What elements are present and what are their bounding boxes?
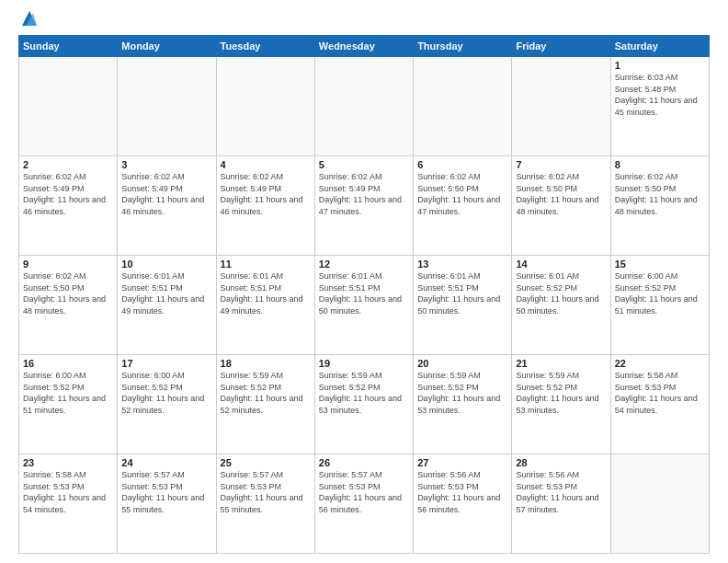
calendar-cell [19, 57, 118, 156]
day-header-tuesday: Tuesday [216, 36, 314, 57]
calendar-cell [118, 57, 216, 156]
day-number: 9 [23, 259, 113, 270]
calendar-cell: 9Sunrise: 6:02 AM Sunset: 5:50 PM Daylig… [19, 256, 118, 355]
calendar-cell [414, 57, 512, 156]
day-info: Sunrise: 6:02 AM Sunset: 5:49 PM Dayligh… [23, 171, 113, 217]
calendar-cell: 16Sunrise: 6:00 AM Sunset: 5:52 PM Dayli… [19, 355, 118, 454]
day-number: 23 [23, 457, 113, 468]
day-number: 15 [615, 259, 705, 270]
calendar-cell: 4Sunrise: 6:02 AM Sunset: 5:49 PM Daylig… [216, 156, 314, 256]
day-info: Sunrise: 6:02 AM Sunset: 5:49 PM Dayligh… [221, 171, 311, 217]
logo-icon [20, 9, 39, 28]
day-number: 4 [221, 159, 311, 170]
header [18, 15, 710, 28]
calendar-week-row: 9Sunrise: 6:02 AM Sunset: 5:50 PM Daylig… [19, 256, 710, 355]
calendar-week-row: 16Sunrise: 6:00 AM Sunset: 5:52 PM Dayli… [19, 355, 710, 454]
day-number: 14 [516, 259, 606, 270]
day-number: 20 [417, 358, 507, 369]
calendar-cell: 20Sunrise: 5:59 AM Sunset: 5:52 PM Dayli… [414, 355, 512, 454]
day-info: Sunrise: 6:02 AM Sunset: 5:50 PM Dayligh… [516, 171, 606, 217]
calendar-cell: 1Sunrise: 6:03 AM Sunset: 5:48 PM Daylig… [610, 57, 709, 156]
logo [18, 18, 39, 28]
calendar-cell [512, 57, 610, 156]
calendar-cell: 18Sunrise: 5:59 AM Sunset: 5:52 PM Dayli… [216, 355, 314, 454]
calendar-cell: 14Sunrise: 6:01 AM Sunset: 5:52 PM Dayli… [512, 256, 610, 355]
day-info: Sunrise: 6:02 AM Sunset: 5:50 PM Dayligh… [23, 270, 113, 316]
day-header-friday: Friday [512, 36, 610, 57]
day-header-saturday: Saturday [610, 36, 709, 57]
day-info: Sunrise: 6:01 AM Sunset: 5:51 PM Dayligh… [417, 270, 507, 316]
day-info: Sunrise: 5:57 AM Sunset: 5:53 PM Dayligh… [319, 469, 409, 515]
calendar-cell: 2Sunrise: 6:02 AM Sunset: 5:49 PM Daylig… [19, 156, 118, 256]
calendar-cell: 17Sunrise: 6:00 AM Sunset: 5:52 PM Dayli… [118, 355, 216, 454]
day-info: Sunrise: 5:59 AM Sunset: 5:52 PM Dayligh… [417, 370, 507, 416]
calendar-cell: 11Sunrise: 6:01 AM Sunset: 5:51 PM Dayli… [216, 256, 314, 355]
day-info: Sunrise: 5:58 AM Sunset: 5:53 PM Dayligh… [615, 370, 705, 416]
calendar-cell: 21Sunrise: 5:59 AM Sunset: 5:52 PM Dayli… [512, 355, 610, 454]
day-number: 27 [417, 457, 507, 468]
day-info: Sunrise: 6:00 AM Sunset: 5:52 PM Dayligh… [121, 370, 211, 416]
day-info: Sunrise: 5:57 AM Sunset: 5:53 PM Dayligh… [121, 469, 211, 515]
day-number: 6 [417, 159, 507, 170]
day-info: Sunrise: 5:59 AM Sunset: 5:52 PM Dayligh… [221, 370, 311, 416]
day-number: 5 [319, 159, 409, 170]
calendar-cell: 8Sunrise: 6:02 AM Sunset: 5:50 PM Daylig… [610, 156, 709, 256]
calendar-week-row: 2Sunrise: 6:02 AM Sunset: 5:49 PM Daylig… [19, 156, 710, 256]
day-info: Sunrise: 5:56 AM Sunset: 5:53 PM Dayligh… [516, 469, 606, 515]
day-info: Sunrise: 6:01 AM Sunset: 5:51 PM Dayligh… [121, 270, 211, 316]
calendar-week-row: 23Sunrise: 5:58 AM Sunset: 5:53 PM Dayli… [19, 454, 710, 554]
day-info: Sunrise: 5:58 AM Sunset: 5:53 PM Dayligh… [23, 469, 113, 515]
day-number: 16 [23, 358, 113, 369]
calendar-cell: 6Sunrise: 6:02 AM Sunset: 5:50 PM Daylig… [414, 156, 512, 256]
calendar-cell: 10Sunrise: 6:01 AM Sunset: 5:51 PM Dayli… [118, 256, 216, 355]
day-info: Sunrise: 6:02 AM Sunset: 5:49 PM Dayligh… [121, 171, 211, 217]
calendar-cell: 12Sunrise: 6:01 AM Sunset: 5:51 PM Dayli… [314, 256, 413, 355]
calendar-cell: 23Sunrise: 5:58 AM Sunset: 5:53 PM Dayli… [19, 454, 118, 554]
day-number: 26 [319, 457, 409, 468]
day-info: Sunrise: 5:59 AM Sunset: 5:52 PM Dayligh… [516, 370, 606, 416]
day-number: 2 [23, 159, 113, 170]
day-number: 13 [417, 259, 507, 270]
calendar-week-row: 1Sunrise: 6:03 AM Sunset: 5:48 PM Daylig… [19, 57, 710, 156]
day-info: Sunrise: 6:02 AM Sunset: 5:49 PM Dayligh… [319, 171, 409, 217]
day-info: Sunrise: 6:00 AM Sunset: 5:52 PM Dayligh… [23, 370, 113, 416]
page: SundayMondayTuesdayWednesdayThursdayFrid… [0, 0, 728, 563]
calendar-cell: 13Sunrise: 6:01 AM Sunset: 5:51 PM Dayli… [414, 256, 512, 355]
day-number: 3 [121, 159, 211, 170]
day-number: 25 [221, 457, 311, 468]
calendar-cell: 25Sunrise: 5:57 AM Sunset: 5:53 PM Dayli… [216, 454, 314, 554]
day-info: Sunrise: 6:03 AM Sunset: 5:48 PM Dayligh… [615, 72, 705, 118]
day-info: Sunrise: 6:02 AM Sunset: 5:50 PM Dayligh… [417, 171, 507, 217]
calendar-cell [216, 57, 314, 156]
day-number: 24 [121, 457, 211, 468]
day-info: Sunrise: 5:59 AM Sunset: 5:52 PM Dayligh… [319, 370, 409, 416]
day-number: 28 [516, 457, 606, 468]
day-number: 19 [319, 358, 409, 369]
day-number: 18 [221, 358, 311, 369]
calendar-cell [610, 454, 709, 554]
day-info: Sunrise: 6:02 AM Sunset: 5:50 PM Dayligh… [615, 171, 705, 217]
day-number: 21 [516, 358, 606, 369]
day-number: 7 [516, 159, 606, 170]
calendar-cell: 24Sunrise: 5:57 AM Sunset: 5:53 PM Dayli… [118, 454, 216, 554]
day-number: 11 [221, 259, 311, 270]
day-header-wednesday: Wednesday [314, 36, 413, 57]
calendar-cell: 27Sunrise: 5:56 AM Sunset: 5:53 PM Dayli… [414, 454, 512, 554]
calendar-cell: 3Sunrise: 6:02 AM Sunset: 5:49 PM Daylig… [118, 156, 216, 256]
day-info: Sunrise: 5:56 AM Sunset: 5:53 PM Dayligh… [417, 469, 507, 515]
day-number: 22 [615, 358, 705, 369]
day-number: 10 [121, 259, 211, 270]
day-info: Sunrise: 6:00 AM Sunset: 5:52 PM Dayligh… [615, 270, 705, 316]
day-header-monday: Monday [118, 36, 216, 57]
day-info: Sunrise: 6:01 AM Sunset: 5:51 PM Dayligh… [319, 270, 409, 316]
calendar-cell: 26Sunrise: 5:57 AM Sunset: 5:53 PM Dayli… [314, 454, 413, 554]
day-number: 1 [615, 60, 705, 71]
calendar-cell: 7Sunrise: 6:02 AM Sunset: 5:50 PM Daylig… [512, 156, 610, 256]
calendar-cell: 19Sunrise: 5:59 AM Sunset: 5:52 PM Dayli… [314, 355, 413, 454]
calendar-cell: 28Sunrise: 5:56 AM Sunset: 5:53 PM Dayli… [512, 454, 610, 554]
day-info: Sunrise: 5:57 AM Sunset: 5:53 PM Dayligh… [221, 469, 311, 515]
calendar-header-row: SundayMondayTuesdayWednesdayThursdayFrid… [19, 36, 710, 57]
calendar-cell [314, 57, 413, 156]
calendar-cell: 15Sunrise: 6:00 AM Sunset: 5:52 PM Dayli… [610, 256, 709, 355]
day-number: 17 [121, 358, 211, 369]
